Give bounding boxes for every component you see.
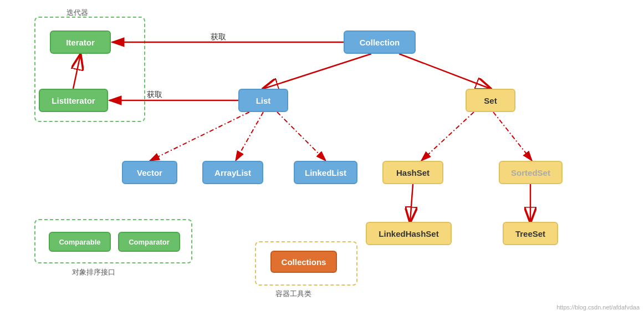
arrow-list-to-arraylist xyxy=(236,112,263,161)
node-collection: Collection xyxy=(344,31,416,54)
node-arraylist: ArrayList xyxy=(202,161,263,184)
arrow-collection-to-set xyxy=(399,54,490,89)
node-treeset: TreeSet xyxy=(503,222,558,245)
node-vector: Vector xyxy=(122,161,177,184)
node-listiterator: ListIterator xyxy=(39,89,108,112)
node-hashset: HashSet xyxy=(382,161,443,184)
arrow-set-to-hashset xyxy=(421,112,474,161)
node-sortedset: SortedSet xyxy=(499,161,563,184)
node-comparable: Comparable xyxy=(49,232,111,252)
arrow-list-to-vector xyxy=(150,112,249,161)
node-linkedlist: LinkedList xyxy=(294,161,357,184)
get-label-1: 获取 xyxy=(211,32,226,42)
arrow-hashset-to-linkedhashset xyxy=(410,184,413,222)
diagram-container: 迭代器 对象排序接口 容器工具类 xyxy=(0,0,644,315)
watermark: https://blog.csdn.net/afdafvdaa xyxy=(556,304,640,311)
iterator-box-label: 迭代器 xyxy=(67,8,88,18)
node-linkedhashset: LinkedHashSet xyxy=(366,222,452,245)
node-set: Set xyxy=(466,89,515,112)
node-comparator: Comparator xyxy=(118,232,180,252)
arrow-list-to-linkedlist xyxy=(277,112,326,161)
util-label: 容器工具类 xyxy=(275,289,311,299)
get-label-2: 获取 xyxy=(147,90,162,100)
arrow-collection-to-list xyxy=(263,54,371,89)
node-iterator: Iterator xyxy=(50,31,111,54)
arrow-set-to-sortedset xyxy=(493,112,532,161)
node-collections: Collections xyxy=(270,251,337,273)
sort-label: 对象排序接口 xyxy=(72,267,115,277)
node-list: List xyxy=(238,89,288,112)
